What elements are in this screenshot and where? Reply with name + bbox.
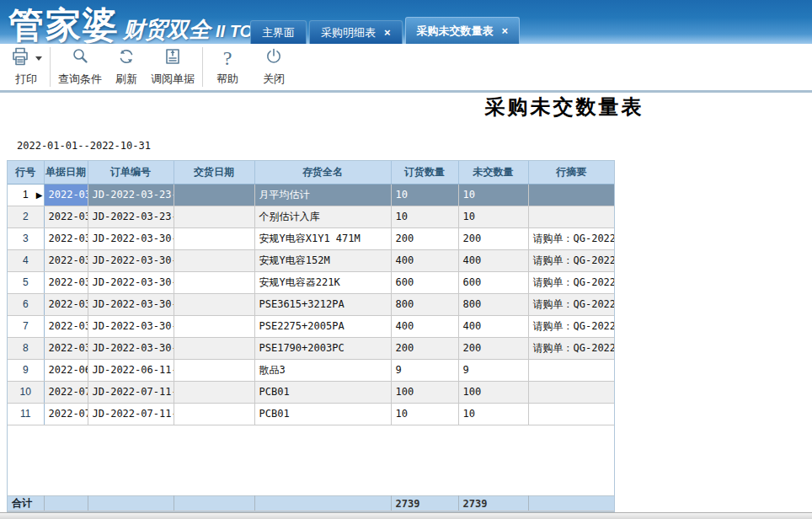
cell-doc-date[interactable]: 2022-03- [44, 293, 88, 315]
table-row[interactable]: 112022-07-JD-2022-07-11-000PCB011010 [8, 403, 614, 425]
tab-main-screen[interactable]: 主界面 [250, 20, 307, 44]
cell-order-no[interactable]: JD-2022-03-30-000 [88, 249, 174, 271]
cell-ordered-qty[interactable]: 200 [391, 337, 458, 359]
cell-order-no[interactable]: JD-2022-03-23-000 [88, 206, 174, 227]
refresh-button[interactable]: 刷新 [107, 44, 146, 90]
cell-row-no[interactable]: 9 [8, 359, 44, 381]
cell-row-summary[interactable]: 请购单：QG-2022-0 [528, 249, 614, 271]
cell-item-name[interactable]: 月平均估计 [254, 184, 391, 206]
cell-row-summary[interactable]: 请购单：QG-2022-0 [528, 227, 614, 249]
cell-row-no[interactable]: 1▶ [8, 184, 44, 206]
cell-doc-date[interactable]: 2022-07- [44, 403, 88, 425]
cell-order-no[interactable]: JD-2022-06-11-000 [88, 359, 174, 381]
cell-doc-date[interactable]: 2022-07- [44, 381, 88, 403]
cell-doc-date[interactable]: 2022-03- [44, 249, 88, 271]
cell-row-summary[interactable]: 请购单：QG-2022-0 [528, 337, 614, 359]
cell-ordered-qty[interactable]: 9 [391, 359, 458, 381]
cell-item-name[interactable]: 安规Y电容器221K [254, 271, 391, 293]
cell-undelivered-qty[interactable]: 10 [458, 403, 528, 425]
view-document-button[interactable]: 调阅单据 [146, 44, 200, 90]
cell-row-summary[interactable] [528, 359, 614, 381]
cell-item-name[interactable]: 安规Y电容X1Y1 471M [254, 227, 391, 249]
cell-row-no[interactable]: 8 [8, 337, 44, 359]
cell-undelivered-qty[interactable]: 10 [458, 206, 528, 227]
cell-doc-date[interactable]: 2022-03- [44, 271, 88, 293]
table-row[interactable]: 82022-03-JD-2022-03-30-000PSE1790+2003PC… [8, 337, 614, 359]
cell-ordered-qty[interactable]: 10 [391, 184, 458, 206]
header-ordered-qty[interactable]: 订货数量 [391, 161, 458, 184]
cell-delivery-date[interactable] [174, 184, 254, 206]
cell-row-no[interactable]: 2 [8, 206, 44, 227]
table-row[interactable]: 92022-06-JD-2022-06-11-000散品399 [8, 359, 614, 381]
cell-doc-date[interactable]: 2022-03- [44, 227, 88, 249]
cell-doc-date[interactable]: 2022-03- [44, 315, 88, 337]
header-delivery-date[interactable]: 交货日期 [174, 161, 254, 184]
cell-row-no[interactable]: 7 [8, 315, 44, 337]
cell-delivery-date[interactable] [174, 315, 254, 337]
cell-item-name[interactable]: PCB01 [254, 403, 391, 425]
cell-undelivered-qty[interactable]: 400 [458, 315, 528, 337]
cell-delivery-date[interactable] [174, 403, 254, 425]
cell-delivery-date[interactable] [174, 381, 254, 403]
cell-order-no[interactable]: JD-2022-03-30-000 [88, 227, 174, 249]
help-button[interactable]: ? 帮助 [206, 44, 249, 90]
close-tab-icon[interactable]: × [384, 27, 391, 38]
cell-row-no[interactable]: 4 [8, 249, 44, 271]
cell-ordered-qty[interactable]: 600 [391, 271, 458, 293]
tab-purchase-detail[interactable]: 采购明细表 × [309, 20, 403, 44]
cell-item-name[interactable]: 安规Y电容152M [254, 249, 391, 271]
cell-row-summary[interactable]: 请购单：QG-2022-0 [528, 293, 614, 315]
cell-doc-date[interactable]: 2022-03- [44, 337, 88, 359]
cell-ordered-qty[interactable]: 800 [391, 293, 458, 315]
header-item-name[interactable]: 存货全名 [254, 161, 391, 184]
cell-item-name[interactable]: PCB01 [254, 381, 391, 403]
cell-order-no[interactable]: JD-2022-03-30-000 [88, 315, 174, 337]
table-row[interactable]: 62022-03-JD-2022-03-30-000PSE3615+3212PA… [8, 293, 614, 315]
print-dropdown-icon[interactable] [35, 56, 42, 61]
table-row[interactable]: 72022-03-JD-2022-03-30-000PSE2275+2005PA… [8, 315, 614, 337]
cell-row-no[interactable]: 10 [8, 381, 44, 403]
cell-row-summary[interactable] [528, 184, 614, 206]
cell-doc-date[interactable]: 2022-06- [44, 359, 88, 381]
cell-row-summary[interactable] [528, 403, 614, 425]
header-row-no[interactable]: 行号 [8, 161, 44, 184]
header-doc-date[interactable]: 单据日期 [44, 161, 88, 184]
cell-row-summary[interactable]: 请购单：QG-2022-0 [528, 315, 614, 337]
cell-undelivered-qty[interactable]: 800 [458, 293, 528, 315]
table-row[interactable]: 32022-03-JD-2022-03-30-000安规Y电容X1Y1 471M… [8, 227, 614, 249]
header-order-no[interactable]: 订单编号 [88, 161, 174, 184]
table-row[interactable]: 52022-03-JD-2022-03-30-000安规Y电容器221K6006… [8, 271, 614, 293]
cell-order-no[interactable]: JD-2022-03-30-000 [88, 271, 174, 293]
cell-ordered-qty[interactable]: 400 [391, 315, 458, 337]
cell-row-no[interactable]: 3 [8, 227, 44, 249]
cell-row-no[interactable]: 5 [8, 271, 44, 293]
cell-ordered-qty[interactable]: 10 [391, 403, 458, 425]
header-undelivered-qty[interactable]: 未交数量 [458, 161, 528, 184]
cell-undelivered-qty[interactable]: 400 [458, 249, 528, 271]
cell-item-name[interactable]: PSE3615+3212PA [254, 293, 391, 315]
cell-item-name[interactable]: 散品3 [254, 359, 391, 381]
cell-ordered-qty[interactable]: 10 [391, 206, 458, 227]
header-row-summary[interactable]: 行摘要 [528, 161, 614, 184]
cell-item-name[interactable]: 个别估计入库 [254, 206, 391, 227]
cell-delivery-date[interactable] [174, 206, 254, 227]
cell-row-summary[interactable] [528, 206, 614, 227]
cell-order-no[interactable]: JD-2022-03-30-000 [88, 293, 174, 315]
cell-undelivered-qty[interactable]: 200 [458, 227, 528, 249]
table-row[interactable]: 102022-07-JD-2022-07-11-000PCB01100100 [8, 381, 614, 403]
cell-ordered-qty[interactable]: 100 [391, 381, 458, 403]
cell-row-summary[interactable]: 请购单：QG-2022-0 [528, 271, 614, 293]
cell-delivery-date[interactable] [174, 337, 254, 359]
cell-undelivered-qty[interactable]: 200 [458, 337, 528, 359]
cell-doc-date[interactable]: 2022-03- [44, 184, 88, 206]
cell-ordered-qty[interactable]: 400 [391, 249, 458, 271]
close-button[interactable]: 关闭 [249, 44, 298, 90]
cell-item-name[interactable]: PSE2275+2005PA [254, 315, 391, 337]
table-row[interactable]: 1▶2022-03-JD-2022-03-23-000月平均估计1010 [8, 184, 614, 206]
cell-delivery-date[interactable] [174, 293, 254, 315]
cell-order-no[interactable]: JD-2022-03-23-000 [88, 184, 174, 206]
table-row[interactable]: 22022-03-JD-2022-03-23-000个别估计入库1010 [8, 206, 614, 227]
cell-row-no[interactable]: 11 [8, 403, 44, 425]
query-conditions-button[interactable]: 查询条件 [53, 44, 107, 90]
cell-delivery-date[interactable] [174, 359, 254, 381]
